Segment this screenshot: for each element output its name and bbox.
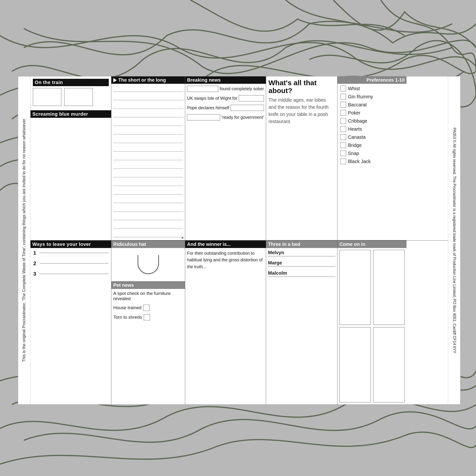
winner-is-content[interactable]: For their outstanding contribution to ha… [185, 248, 266, 405]
train-box-1[interactable] [33, 88, 61, 106]
pet-news-content: A spot check on the furniture revealed H… [111, 289, 185, 322]
bn-input-3[interactable] [231, 105, 264, 111]
pref-checkbox-cribbage[interactable] [340, 118, 346, 124]
line-4 [113, 112, 183, 117]
tiab-item-3: Malcolm [268, 270, 335, 277]
breaking-news-content: found completely sober UK swaps Isle of … [185, 84, 266, 240]
pref-checkbox-ginrummy[interactable] [340, 94, 346, 100]
train-boxes [33, 88, 109, 106]
pref-label-bridge: Bridge [348, 143, 362, 148]
coi-box-3[interactable] [340, 327, 371, 403]
screaming-blue-header: Screaming blue murder [31, 110, 111, 118]
preferences-list: Whist Gin Rummy Baccarat Poker [338, 84, 407, 166]
come-on-in-content [338, 248, 407, 405]
pref-label-ginrummy: Gin Rummy [348, 94, 373, 100]
column-4-bottom: Three in a bed Melvyn Marge Malcolm [266, 241, 338, 405]
ridiculous-hat-section: Ridiculous hat [111, 241, 185, 282]
line-6 [113, 129, 183, 135]
line-8 [113, 146, 183, 152]
right-text-strip: PA053 © All rights reserved. The Procras… [448, 76, 460, 404]
pref-checkbox-bridge[interactable] [340, 142, 346, 148]
ways-list: 1 2 3 [31, 248, 111, 279]
pref-checkbox-whist[interactable] [340, 86, 346, 91]
whats-all-body: The middle ages, ear lobes and the reaso… [269, 96, 335, 125]
ways-item-2: 2 [33, 260, 108, 267]
three-in-a-bed-content: Melvyn Marge Malcolm [266, 248, 337, 405]
pet-checkbox-2[interactable] [143, 305, 150, 311]
pref-label-poker: Poker [348, 110, 360, 116]
pref-item-baccarat: Baccarat [340, 102, 404, 108]
coi-box-2[interactable] [373, 250, 405, 325]
pet-label-3: Torn to shreds [113, 315, 142, 320]
breaking-news-section: Breaking news found completely sober UK … [185, 76, 266, 240]
pet-checkbox-3[interactable] [144, 314, 150, 320]
right-strip-text: PA053 © All rights reserved. The Procras… [452, 128, 457, 353]
tiab-line-3 [268, 276, 335, 277]
bn-text-3: Pope declares himself [187, 105, 229, 110]
pet-news-header: Pet news [111, 282, 185, 289]
short-long-section: The short or the long [111, 76, 185, 240]
come-on-in-header: Come on in [338, 241, 407, 248]
bn-input-4[interactable] [187, 114, 220, 120]
column-5-top: Preferences 1-10 Whist Gin Rummy Bac [338, 76, 407, 240]
pref-checkbox-baccarat[interactable] [340, 102, 346, 108]
column-5-bottom: Come on in [338, 241, 407, 405]
line-11 [113, 172, 183, 177]
tiab-name-3: Malcolm [268, 270, 335, 276]
pref-checkbox-canasta[interactable] [340, 134, 346, 140]
main-card: This is the original Procrastinator, 'Th… [18, 76, 460, 405]
column-3-bottom: And the winner is... For their outstandi… [185, 241, 266, 405]
ways-to-leave-section: Ways to leave your lover 1 2 3 [31, 241, 111, 405]
whats-all-section: What's all that about? The middle ages, … [266, 76, 337, 240]
pref-checkbox-blackjack[interactable] [340, 158, 346, 164]
pref-item-bridge: Bridge [340, 142, 404, 148]
coi-box-4[interactable] [373, 327, 405, 403]
on-the-train-section: On the train [31, 76, 111, 110]
line-2 [113, 95, 183, 100]
ways-line-3 [39, 274, 108, 274]
pref-label-blackjack: Black Jack [348, 159, 371, 164]
bn-input-1[interactable] [187, 86, 218, 92]
line-7 [113, 138, 183, 143]
line-17 [113, 223, 183, 229]
column-1: On the train Screaming blue murder [31, 76, 111, 240]
ridiculous-hat-content[interactable] [111, 248, 185, 281]
bn-text-2: UK swaps Isle of Wight for [187, 96, 237, 101]
bn-row-1: found completely sober [187, 86, 264, 92]
tiab-name-1: Melvyn [268, 250, 335, 255]
pref-checkbox-hearts[interactable] [340, 126, 346, 132]
left-text-strip: This is the original Procrastinator, 'Th… [18, 76, 31, 404]
top-half: On the train Screaming blue murder [31, 76, 448, 241]
screaming-blue-content[interactable] [31, 118, 111, 240]
tiab-line-1 [268, 256, 335, 256]
pref-label-whist: Whist [348, 86, 360, 91]
tiab-item-2: Marge [268, 260, 335, 267]
column-1-bottom: Ways to leave your lover 1 2 3 [31, 241, 111, 405]
three-in-a-bed-header: Three in a bed [266, 241, 337, 248]
pref-label-cribbage: Cribbage [348, 118, 367, 124]
coi-box-1[interactable] [340, 250, 371, 325]
line-9 [113, 155, 183, 160]
column-4-top: What's all that about? The middle ages, … [266, 76, 338, 240]
ways-item-3: 3 [33, 271, 108, 277]
bn-row-2: UK swaps Isle of Wight for [187, 95, 264, 102]
pref-checkbox-poker[interactable] [340, 110, 346, 116]
preferences-header: Preferences 1-10 [338, 76, 407, 84]
train-box-2[interactable] [64, 88, 93, 106]
pref-label-snap: Snap [348, 151, 359, 156]
pref-label-hearts: Hearts [348, 126, 362, 132]
on-the-train-header: On the train [33, 79, 109, 86]
column-3-top: Breaking news found completely sober UK … [185, 76, 266, 240]
pref-checkbox-snap[interactable] [340, 151, 346, 156]
lined-area[interactable] [111, 84, 185, 240]
pet-label-1: A spot check on the furniture revealed [113, 291, 183, 301]
line-18 [113, 232, 183, 237]
left-strip-text: This is the original Procrastinator, 'Th… [21, 119, 27, 362]
pet-label-2: House trained [113, 305, 141, 310]
column-2-bottom: Ridiculous hat Pet news A spot check on … [111, 241, 185, 405]
dot-indicator [182, 237, 184, 239]
bn-input-2[interactable] [239, 95, 264, 102]
bn-text-1: found completely sober [220, 86, 264, 91]
bn-row-4: 'ready for government' [187, 114, 264, 120]
tiab-name-2: Marge [268, 260, 335, 266]
